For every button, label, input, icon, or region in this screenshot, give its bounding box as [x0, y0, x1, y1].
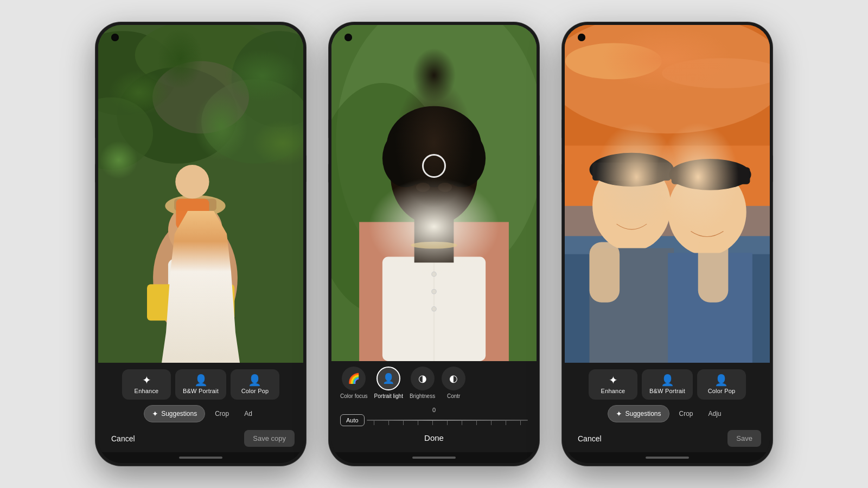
- svg-point-8: [153, 218, 238, 339]
- volume-up-button-3: [561, 119, 562, 138]
- svg-rect-39: [565, 236, 770, 363]
- camera-hole-3: [578, 34, 585, 41]
- portrait-light-label: Portrait light: [374, 393, 403, 399]
- svg-point-10: [165, 195, 225, 217]
- enhance-icon-1: ✦: [142, 375, 151, 386]
- enhance-button-3[interactable]: ✦ Enhance: [589, 369, 637, 400]
- svg-point-29: [438, 183, 452, 192]
- color-pop-button-3[interactable]: 👤 Color Pop: [697, 369, 746, 400]
- svg-rect-14: [168, 259, 222, 307]
- photo-area-2: [331, 25, 537, 361]
- svg-point-9: [168, 203, 222, 257]
- svg-rect-0: [98, 25, 303, 363]
- enhance-icon-3: ✦: [609, 375, 618, 386]
- svg-point-1: [98, 31, 177, 115]
- enhance-label-1: Enhance: [135, 388, 159, 394]
- color-pop-icon-1: 👤: [248, 375, 261, 386]
- phone-3: ✦ Enhance 👤 B&W Portrait 👤 Color Pop ✦: [561, 22, 773, 466]
- suggestions-tab-3[interactable]: ✦ Suggestions: [608, 405, 669, 422]
- svg-rect-48: [668, 253, 752, 363]
- svg-point-5: [201, 79, 303, 164]
- suggestions-tab-1[interactable]: ✦ Suggestions: [144, 405, 205, 422]
- svg-point-42: [589, 153, 674, 187]
- nav-row-3: ✦ Suggestions Crop Adju: [571, 405, 763, 422]
- svg-point-6: [98, 98, 153, 170]
- slider-line[interactable]: [367, 420, 528, 421]
- bw-portrait-label-3: B&W Portrait: [649, 388, 685, 394]
- adjust-tab-3[interactable]: Adju: [703, 406, 727, 421]
- enhance-button-1[interactable]: ✦ Enhance: [122, 369, 171, 400]
- color-pop-icon-3: 👤: [714, 375, 728, 386]
- svg-point-27: [439, 129, 486, 187]
- slider-value: 0: [432, 407, 436, 413]
- ui-panel-1: ✦ Enhance 👤 B&W Portrait 👤 Color Pop ✦: [98, 363, 303, 452]
- volume-up-button-2: [328, 119, 329, 138]
- cancel-button-3[interactable]: Cancel: [573, 431, 606, 446]
- svg-point-33: [432, 307, 437, 312]
- svg-rect-21: [382, 257, 486, 361]
- svg-point-7: [152, 61, 249, 134]
- svg-rect-44: [589, 248, 674, 363]
- portrait-light-circle[interactable]: [422, 154, 446, 178]
- cancel-button-1[interactable]: Cancel: [107, 431, 139, 446]
- svg-point-12: [175, 165, 209, 198]
- color-focus-tool[interactable]: 🌈 Color focus: [340, 367, 368, 399]
- slider-track[interactable]: Auto: [340, 415, 528, 426]
- action-row-3: Cancel Save: [571, 428, 763, 448]
- svg-rect-43: [592, 163, 671, 181]
- photo-editor-ui-2: 🌈 Color focus 👤 Portrait light ◑ Brightn…: [331, 361, 537, 452]
- svg-point-38: [662, 58, 770, 88]
- svg-point-2: [135, 25, 280, 91]
- bw-portrait-button-3[interactable]: 👤 B&W Portrait: [642, 369, 693, 400]
- color-focus-label: Color focus: [340, 393, 368, 399]
- home-indicator-2: [412, 457, 456, 459]
- photo-area-1: [98, 25, 303, 363]
- svg-point-36: [565, 25, 770, 133]
- slider-ticks: [367, 421, 528, 425]
- photo-2: [331, 25, 537, 361]
- brightness-label: Brightness: [410, 393, 435, 399]
- svg-point-3: [232, 31, 303, 127]
- bw-portrait-icon-3: 👤: [661, 375, 674, 386]
- svg-point-41: [592, 160, 671, 251]
- contrast-tool[interactable]: ◐ Contr: [442, 367, 465, 399]
- photo-3: [565, 25, 770, 363]
- suggestions-label-1: Suggestions: [161, 410, 197, 418]
- phones-container: ✦ Enhance 👤 B&W Portrait 👤 Color Pop ✦: [0, 0, 868, 488]
- volume-down-button-3: [561, 164, 562, 183]
- phone-2: 🌈 Color focus 👤 Portrait light ◑ Brightn…: [328, 22, 540, 466]
- save-button-1[interactable]: Save copy: [244, 430, 295, 447]
- action-row-1: Cancel Save copy: [105, 428, 297, 448]
- suggestions-label-3: Suggestions: [625, 410, 661, 418]
- crop-tab-3[interactable]: Crop: [674, 406, 699, 421]
- sparkle-icon-1: ✦: [152, 409, 158, 418]
- svg-point-26: [382, 129, 429, 187]
- enhance-label-3: Enhance: [601, 388, 626, 394]
- color-pop-label-3: Color Pop: [708, 388, 736, 394]
- brightness-tool[interactable]: ◑ Brightness: [410, 367, 435, 399]
- svg-rect-17: [331, 25, 537, 361]
- volume-up-button: [95, 119, 95, 138]
- power-button: [306, 155, 307, 182]
- svg-rect-11: [174, 198, 216, 210]
- svg-rect-35: [565, 25, 770, 146]
- photo-area-3: [565, 25, 770, 363]
- color-focus-icon: 🌈: [342, 367, 366, 390]
- save-button-3[interactable]: Save: [727, 430, 761, 447]
- svg-point-31: [432, 272, 437, 277]
- home-indicator-1: [179, 457, 222, 459]
- done-button[interactable]: Done: [331, 429, 537, 447]
- bw-portrait-button-1[interactable]: 👤 B&W Portrait: [175, 369, 226, 400]
- svg-rect-50: [698, 236, 729, 302]
- portrait-light-tool[interactable]: 👤 Portrait light: [374, 367, 403, 399]
- contrast-label: Contr: [447, 393, 460, 399]
- power-button-3: [773, 155, 773, 182]
- auto-button[interactable]: Auto: [340, 414, 365, 426]
- bottom-bar-3: [565, 452, 770, 463]
- adjust-tab-1[interactable]: Ad: [239, 406, 258, 421]
- color-pop-button-1[interactable]: 👤 Color Pop: [231, 369, 279, 400]
- svg-point-30: [411, 242, 457, 249]
- bw-portrait-label-1: B&W Portrait: [183, 388, 219, 394]
- crop-tab-1[interactable]: Crop: [209, 406, 234, 421]
- edit-buttons-3: ✦ Enhance 👤 B&W Portrait 👤 Color Pop: [571, 369, 763, 400]
